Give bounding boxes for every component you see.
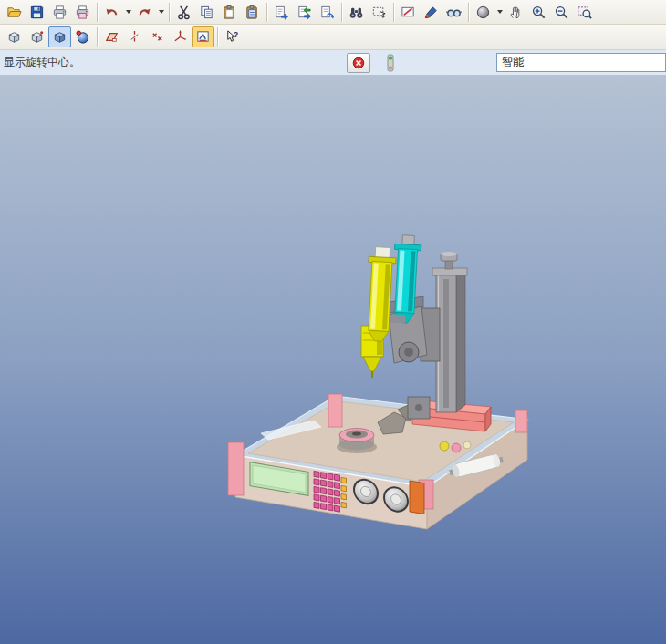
toolbar-main (0, 0, 666, 25)
import-list-icon (274, 5, 289, 20)
cube-views-icon (29, 29, 45, 45)
redline-board-icon (401, 5, 416, 20)
model-ball-yellow[interactable] (440, 441, 449, 451)
csys-toggle[interactable] (169, 26, 192, 47)
print-button[interactable] (48, 2, 71, 23)
datum-axis-toggle[interactable] (123, 26, 146, 47)
stop-icon (351, 56, 366, 70)
model-rotary-table[interactable] (337, 429, 377, 454)
zoom-in-button[interactable] (527, 2, 550, 23)
annotation-icon (195, 29, 211, 45)
spectacles-button[interactable] (442, 2, 465, 23)
separator (97, 27, 98, 47)
viewport-background[interactable] (0, 76, 666, 644)
separator (341, 3, 342, 22)
appearance-button[interactable] (472, 2, 494, 23)
pan-button[interactable] (505, 2, 527, 23)
open-folder-icon (6, 5, 22, 20)
toolbar-view: ? (0, 25, 666, 50)
model-ball-pink[interactable] (452, 443, 461, 452)
separator (97, 3, 98, 22)
separator (468, 3, 469, 22)
appearance-sphere-icon (475, 5, 491, 20)
update-list-icon (297, 5, 312, 20)
cube-wireframe-icon (6, 29, 22, 45)
copy-icon (199, 5, 214, 20)
shaded-display-button[interactable] (48, 26, 71, 47)
datum-point-icon (150, 29, 165, 45)
model-power-module[interactable] (410, 481, 424, 514)
sync-list-button[interactable] (316, 2, 338, 23)
status-message: 显示旋转中心。 (4, 55, 80, 70)
binoculars-icon (349, 5, 364, 20)
zoom-out-icon (554, 5, 569, 20)
context-help-button[interactable]: ? (221, 26, 244, 47)
redo-icon (137, 5, 152, 20)
pan-hand-icon (508, 5, 524, 20)
open-button[interactable] (3, 2, 26, 23)
model-ball-cream[interactable] (463, 441, 471, 449)
redo-button[interactable] (133, 2, 156, 23)
select-box-button[interactable] (368, 2, 390, 23)
find-button[interactable] (345, 2, 368, 23)
regeneration-status-button[interactable] (384, 53, 397, 73)
separator (266, 3, 267, 22)
traffic-light-icon (386, 54, 395, 72)
datum-plane-icon (104, 29, 120, 45)
stop-button[interactable] (347, 53, 370, 73)
cut-button[interactable] (172, 2, 195, 23)
separator (169, 3, 170, 22)
annotate-pen-button[interactable] (420, 2, 442, 23)
chevron-down-icon (159, 10, 164, 14)
print-setup-button[interactable] (71, 2, 94, 23)
separator (393, 3, 394, 22)
datum-point-toggle[interactable] (146, 26, 169, 47)
paste-special-icon (245, 5, 260, 20)
undo-button[interactable] (100, 2, 123, 23)
sync-list-icon (319, 5, 335, 20)
3d-viewport[interactable] (0, 76, 666, 644)
pen-icon (423, 5, 439, 20)
refit-icon (577, 5, 592, 20)
render-button[interactable] (71, 26, 94, 47)
appearance-dropdown[interactable] (494, 2, 505, 23)
undo-dropdown[interactable] (123, 2, 133, 23)
update-list-button[interactable] (293, 2, 316, 23)
selection-filter-value: 智能 (502, 55, 524, 70)
refit-button[interactable] (573, 2, 596, 23)
redo-dropdown[interactable] (156, 2, 166, 23)
selection-filter-combobox[interactable]: 智能 (496, 53, 666, 72)
cut-scissors-icon (176, 5, 192, 20)
chevron-down-icon (497, 10, 503, 14)
annotation-display-toggle[interactable] (192, 26, 214, 47)
svg-text:?: ? (234, 30, 238, 39)
zoom-out-button[interactable] (550, 2, 573, 23)
paste-special-button[interactable] (241, 2, 264, 23)
application-window: ? 显示旋转中心。 智能 (0, 0, 666, 644)
help-cursor-icon: ? (224, 29, 240, 45)
copy-button[interactable] (195, 2, 218, 23)
import-list-button[interactable] (270, 2, 293, 23)
csys-icon (172, 29, 188, 45)
zoom-in-icon (531, 5, 546, 20)
default-view-button[interactable] (3, 26, 26, 47)
spectacles-icon (446, 5, 462, 20)
viewport-canvas[interactable] (0, 76, 666, 644)
save-button[interactable] (26, 2, 48, 23)
cube-shaded-icon (52, 29, 68, 45)
message-bar: 显示旋转中心。 智能 (0, 50, 666, 76)
render-sphere-icon (75, 29, 90, 45)
paste-icon (222, 5, 237, 20)
save-icon (29, 5, 45, 20)
chevron-down-icon (126, 10, 131, 14)
undo-icon (104, 5, 120, 20)
print-icon (52, 5, 68, 20)
datum-axis-icon (127, 29, 142, 45)
separator (217, 27, 218, 47)
model-syringe-clamp[interactable] (390, 315, 405, 323)
datum-plane-toggle[interactable] (100, 26, 123, 47)
paste-button[interactable] (218, 2, 241, 23)
print-setup-icon (75, 5, 90, 20)
saved-views-button[interactable] (26, 26, 48, 47)
redline-button[interactable] (397, 2, 420, 23)
